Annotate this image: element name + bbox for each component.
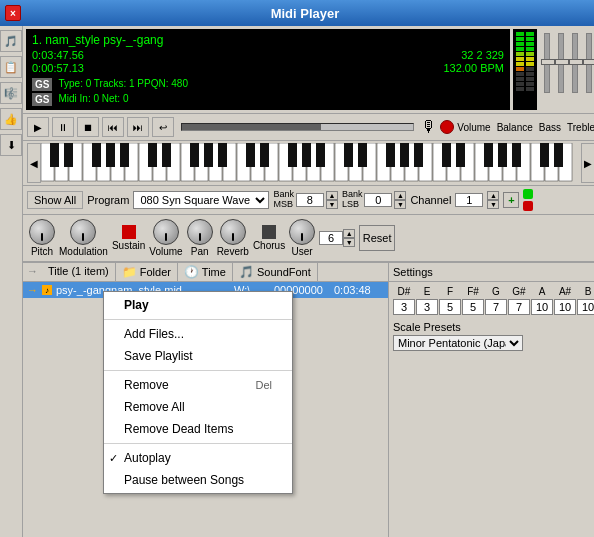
menu-autoplay[interactable]: Autoplay bbox=[104, 447, 292, 469]
bank-lsb-up[interactable]: ▲ bbox=[394, 191, 406, 200]
chorus-indicator bbox=[262, 225, 276, 239]
svg-rect-54 bbox=[358, 143, 367, 167]
user-value-group: ▲ ▼ bbox=[319, 229, 355, 247]
menu-remove-dead[interactable]: Remove Dead Items bbox=[104, 418, 292, 440]
sidebar-icon-3[interactable]: 🎼 bbox=[0, 82, 22, 104]
vu-seg bbox=[526, 57, 534, 61]
bank-msb-up[interactable]: ▲ bbox=[326, 191, 338, 200]
close-button[interactable]: × bbox=[5, 5, 21, 21]
balance-slider[interactable] bbox=[556, 31, 566, 108]
treble-slider-thumb[interactable] bbox=[583, 59, 594, 65]
type-info: Type: 0 Tracks: 1 PPQN: 480 bbox=[58, 78, 188, 91]
sustain-label: Sustain bbox=[112, 240, 145, 251]
scale-presets-select[interactable]: Minor Pentatonic (Japanese) bbox=[393, 335, 523, 351]
bank-lsb-spinners: ▲ ▼ bbox=[394, 191, 406, 209]
volume-slider-thumb[interactable] bbox=[541, 59, 555, 65]
piano-left-nav[interactable]: ◀ bbox=[27, 143, 41, 183]
menu-remove-all[interactable]: Remove All bbox=[104, 396, 292, 418]
volume-slider[interactable] bbox=[542, 31, 552, 108]
sidebar-icon-5[interactable]: ⬇ bbox=[0, 134, 22, 156]
svg-rect-39 bbox=[64, 143, 73, 167]
vu-seg bbox=[516, 77, 524, 81]
pause-button[interactable]: ⏸ bbox=[52, 117, 74, 137]
vu-seg bbox=[526, 52, 534, 56]
scale-data-area: D# E F F# G G# A A# B 3 bbox=[389, 282, 594, 393]
piano-right-nav[interactable]: ▶ bbox=[581, 143, 594, 183]
menu-pause-between[interactable]: Pause between Songs bbox=[104, 469, 292, 491]
midi-info: Midi In: 0 Net: 0 bbox=[58, 93, 128, 106]
sidebar-icon-4[interactable]: 👍 bbox=[0, 108, 22, 130]
bank-lsb-label: BankLSB bbox=[342, 190, 363, 210]
scale-presets-label: Scale Presets bbox=[393, 321, 594, 333]
user-label: User bbox=[292, 246, 313, 257]
pan-knob[interactable] bbox=[187, 219, 213, 245]
bass-slider-thumb[interactable] bbox=[569, 59, 583, 65]
vu-seg bbox=[526, 47, 534, 51]
piano-section: ◀ // Will be generated below bbox=[23, 141, 594, 186]
menu-play[interactable]: Play bbox=[104, 294, 292, 316]
position-slider[interactable] bbox=[181, 123, 414, 131]
vu-right bbox=[526, 32, 534, 107]
modulation-knob[interactable] bbox=[70, 219, 96, 245]
vu-seg bbox=[526, 87, 534, 91]
scale-header-asharp: A# bbox=[554, 286, 576, 297]
user-knob[interactable] bbox=[289, 219, 315, 245]
channel-up[interactable]: ▲ bbox=[487, 191, 499, 200]
volume-knob[interactable] bbox=[153, 219, 179, 245]
main-area: 🎵 📋 🎼 👍 ⬇ 1. nam_style psy-_-gang 0:03:4… bbox=[0, 26, 594, 537]
scale-header-g: G bbox=[485, 286, 507, 297]
pitch-knob[interactable] bbox=[29, 219, 55, 245]
user-value-input[interactable] bbox=[319, 231, 343, 245]
next-button[interactable]: ⏭ bbox=[127, 117, 149, 137]
volume-knob-label: Volume bbox=[149, 246, 182, 257]
menu-sep-2 bbox=[104, 370, 292, 371]
vu-seg bbox=[526, 37, 534, 41]
scale-header-dsharp: D# bbox=[393, 286, 415, 297]
treble-slider-track[interactable] bbox=[586, 33, 592, 93]
program-select[interactable]: 080 Syn Square Wave bbox=[133, 191, 269, 209]
scale-content: D# E F F# G G# A A# B 3 bbox=[389, 282, 594, 393]
prev-button[interactable]: ⏮ bbox=[102, 117, 124, 137]
channel-strip: Show All Program 080 Syn Square Wave Ban… bbox=[23, 186, 594, 215]
user-down[interactable]: ▼ bbox=[343, 238, 355, 247]
bank-msb-down[interactable]: ▼ bbox=[326, 200, 338, 209]
scale-values-row: 3 3 5 5 7 7 10 10 10 bbox=[393, 299, 594, 315]
bank-lsb-input[interactable] bbox=[364, 193, 392, 207]
modulation-label: Modulation bbox=[59, 246, 108, 257]
treble-slider[interactable] bbox=[584, 31, 594, 108]
bank-lsb-down[interactable]: ▼ bbox=[394, 200, 406, 209]
bass-slider[interactable] bbox=[570, 31, 580, 108]
app-title: Midi Player bbox=[21, 6, 589, 21]
rewind-button[interactable]: ↩ bbox=[152, 117, 174, 137]
menu-add-files[interactable]: Add Files... bbox=[104, 323, 292, 345]
reverb-knob[interactable] bbox=[220, 219, 246, 245]
context-menu: Play Add Files... Save Playlist Remove D… bbox=[103, 291, 293, 494]
menu-remove[interactable]: Remove Del bbox=[104, 374, 292, 396]
show-all-button[interactable]: Show All bbox=[27, 191, 83, 209]
balance-slider-thumb[interactable] bbox=[555, 59, 569, 65]
record-button[interactable] bbox=[440, 120, 454, 134]
sidebar-icon-1[interactable]: 🎵 bbox=[0, 30, 22, 52]
reset-button[interactable]: Reset bbox=[359, 225, 395, 251]
sidebar-icon-2[interactable]: 📋 bbox=[0, 56, 22, 78]
transport-bar: ▶ ⏸ ⏹ ⏮ ⏭ ↩ 🎙 Volume Balance Bass Treble bbox=[23, 113, 594, 141]
volume-slider-track[interactable] bbox=[544, 33, 550, 93]
play-button[interactable]: ▶ bbox=[27, 117, 49, 137]
bass-slider-track[interactable] bbox=[572, 33, 578, 93]
vu-seg bbox=[516, 87, 524, 91]
channel-label: Channel bbox=[410, 194, 451, 206]
vu-seg bbox=[526, 82, 534, 86]
add-channel-button[interactable]: + bbox=[503, 192, 519, 208]
menu-save-playlist[interactable]: Save Playlist bbox=[104, 345, 292, 367]
user-input-group: ▲ ▼ bbox=[319, 229, 355, 247]
playlist-col-folder: 📁 Folder bbox=[116, 263, 178, 281]
channel-input[interactable] bbox=[455, 193, 483, 207]
stop-button[interactable]: ⏹ bbox=[77, 117, 99, 137]
balance-slider-track[interactable] bbox=[558, 33, 564, 93]
svg-rect-55 bbox=[386, 143, 395, 167]
vu-seg bbox=[516, 42, 524, 46]
user-up[interactable]: ▲ bbox=[343, 229, 355, 238]
svg-rect-61 bbox=[498, 143, 507, 167]
channel-down[interactable]: ▼ bbox=[487, 200, 499, 209]
bank-msb-input[interactable] bbox=[296, 193, 324, 207]
